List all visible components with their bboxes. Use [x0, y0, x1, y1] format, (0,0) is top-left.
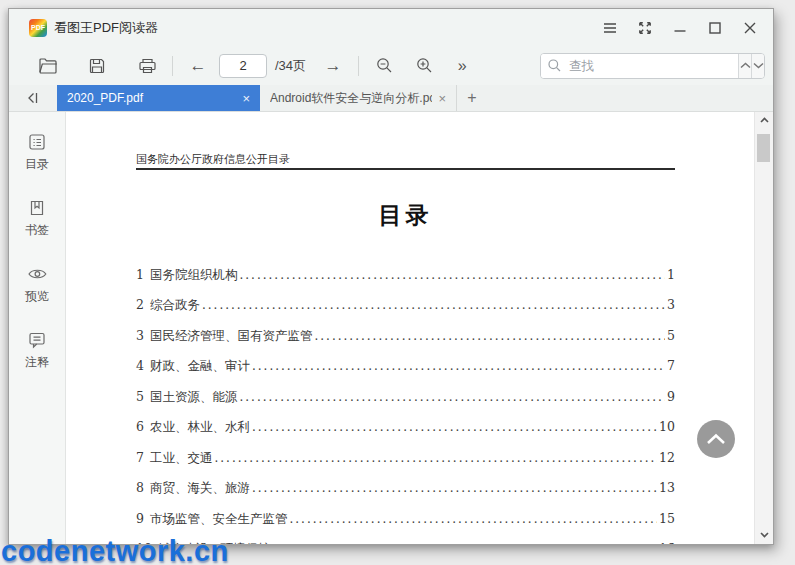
toc-entry: 5国土资源、能源................................… — [136, 382, 675, 412]
watermark: codenetwork.cn — [1, 535, 229, 565]
toc-dots: ........................................… — [272, 534, 657, 544]
toc-dots: ........................................… — [252, 473, 657, 503]
search-box[interactable] — [541, 54, 738, 78]
fullscreen-icon[interactable] — [636, 19, 654, 37]
comment-icon — [27, 330, 47, 350]
tab-close-icon[interactable]: × — [242, 91, 250, 106]
close-icon[interactable] — [741, 19, 759, 37]
search-icon — [547, 58, 562, 73]
tab-bar: 2020_PDF.pdf × Android软件安全与逆向分析.pc × + — [9, 85, 773, 112]
search-next-button[interactable] — [751, 54, 764, 78]
left-sidebar: 目录 书签 预览 — [9, 112, 66, 544]
toc-entry: 7工业、交通..................................… — [136, 443, 675, 473]
screen: PDF 看图王PDF阅读器 — [0, 0, 795, 565]
search-input[interactable] — [567, 58, 732, 74]
sidebar-item-preview[interactable]: 预览 — [25, 264, 49, 305]
app-icon: PDF — [29, 19, 47, 37]
prev-page-icon[interactable]: ← — [185, 53, 211, 79]
new-tab-button[interactable]: + — [457, 85, 487, 111]
scrollbar-thumb[interactable] — [757, 134, 770, 162]
print-icon[interactable] — [134, 53, 160, 79]
more-tools-icon[interactable]: » — [449, 53, 475, 79]
scroll-down-icon[interactable] — [755, 532, 773, 538]
tab-android-pdf[interactable]: Android软件安全与逆向分析.pc × — [260, 85, 457, 111]
vertical-scrollbar[interactable] — [754, 112, 773, 544]
sidebar-item-annotations[interactable]: 注释 — [25, 330, 49, 371]
tab-label: 2020_PDF.pdf — [67, 91, 236, 105]
toc-dots: ........................................… — [252, 412, 657, 442]
tab-2020-pdf[interactable]: 2020_PDF.pdf × — [57, 85, 260, 111]
toc-dots: ........................................… — [239, 382, 665, 412]
back-to-top-button[interactable] — [697, 420, 735, 458]
eye-icon — [27, 264, 48, 284]
title-bar: PDF 看图王PDF阅读器 — [9, 9, 773, 46]
toc-dots: ........................................… — [252, 351, 665, 381]
sidebar-item-bookmarks[interactable]: 书签 — [25, 198, 49, 239]
pdf-header-rule — [136, 168, 675, 170]
zoom-out-icon[interactable] — [371, 53, 397, 79]
app-window: PDF 看图王PDF阅读器 — [8, 8, 774, 545]
toc-icon — [27, 132, 47, 152]
toolbar-separator — [172, 56, 173, 76]
save-icon[interactable] — [84, 53, 110, 79]
sidebar-item-label: 预览 — [25, 288, 49, 305]
toc-entry: 4财政、金融、审计...............................… — [136, 351, 675, 381]
scroll-up-icon[interactable] — [755, 117, 773, 123]
main-area: 目录 书签 预览 — [9, 112, 773, 544]
open-file-icon[interactable] — [35, 53, 61, 79]
page-number-input[interactable] — [219, 54, 267, 78]
toolbar-separator — [358, 56, 359, 76]
zoom-in-icon[interactable] — [411, 53, 437, 79]
tab-close-icon[interactable]: × — [438, 91, 446, 106]
sidebar-item-label: 注释 — [25, 354, 49, 371]
search-group — [540, 53, 765, 79]
toc-entry: 6农业、林业、水利...............................… — [136, 412, 675, 442]
toc-entry: 1国务院组织机构................................… — [136, 260, 675, 290]
toc-dots: ........................................… — [314, 321, 665, 351]
sidebar-item-label: 目录 — [25, 156, 49, 173]
toolbar: ← /34页 → » — [9, 46, 773, 85]
toc-entry: 8商贸、海关、旅游...............................… — [136, 473, 675, 503]
pdf-page: 国务院办公厅政府信息公开目录 目录 1国务院组织机构..............… — [66, 112, 754, 544]
toc-entry: 9市场监管、安全生产监管............................… — [136, 504, 675, 534]
sidebar-item-toc[interactable]: 目录 — [25, 132, 49, 173]
bookmark-icon — [27, 198, 47, 218]
tab-label: Android软件安全与逆向分析.pc — [270, 90, 432, 107]
toc-dots: ........................................… — [239, 260, 665, 290]
pdf-toc-list: 1国务院组织机构................................… — [136, 260, 675, 544]
minimize-icon[interactable] — [671, 19, 689, 37]
search-prev-button[interactable] — [738, 54, 751, 78]
toc-dots: ........................................… — [214, 443, 657, 473]
menu-icon[interactable] — [601, 19, 619, 37]
collapse-sidebar-icon[interactable] — [9, 85, 57, 111]
toc-entry: 2综合政务...................................… — [136, 290, 675, 320]
next-page-icon[interactable]: → — [320, 53, 346, 79]
toc-entry: 3国民经济管理、国有资产监管..........................… — [136, 321, 675, 351]
pdf-running-header: 国务院办公厅政府信息公开目录 — [136, 152, 290, 167]
toc-dots: ........................................… — [289, 504, 657, 534]
toc-dots: ........................................… — [202, 290, 665, 320]
app-title: 看图王PDF阅读器 — [54, 19, 158, 37]
maximize-icon[interactable] — [706, 19, 724, 37]
page-total-label: /34页 — [275, 57, 306, 75]
sidebar-item-label: 书签 — [25, 222, 49, 239]
pdf-toc-title: 目录 — [66, 200, 745, 231]
